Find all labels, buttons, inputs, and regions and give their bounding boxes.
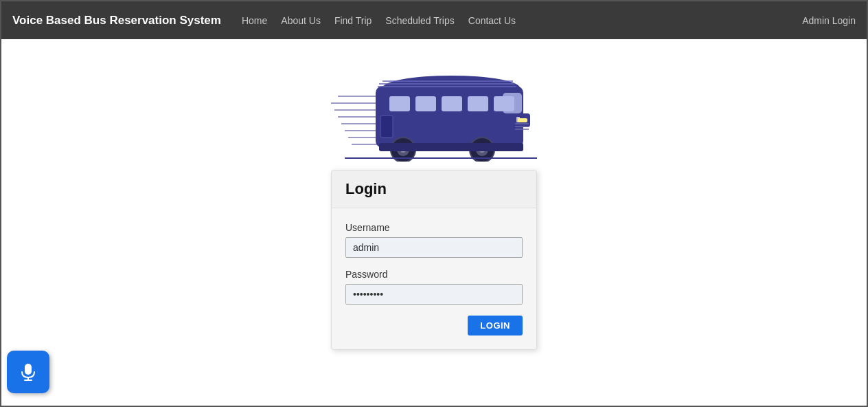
nav-admin-login[interactable]: Admin Login [802, 15, 856, 26]
svg-rect-34 [25, 364, 32, 375]
bus-svg [324, 55, 544, 162]
password-label: Password [345, 269, 523, 280]
username-input[interactable] [345, 237, 523, 258]
svg-rect-16 [468, 96, 488, 111]
svg-rect-18 [503, 93, 522, 113]
navbar: Voice Based Bus Reservation System Home … [1, 1, 867, 39]
login-card: Login Username Password LOGIN [331, 170, 537, 350]
nav-links: Home About Us Find Trip Scheduled Trips … [242, 15, 802, 26]
login-title: Login [345, 180, 387, 197]
svg-rect-15 [442, 96, 462, 111]
svg-rect-13 [389, 96, 410, 111]
login-body: Username Password LOGIN [332, 208, 536, 349]
login-header: Login [332, 170, 536, 208]
username-group: Username [345, 222, 523, 258]
main-content: Login Username Password LOGIN [1, 39, 867, 407]
password-group: Password [345, 269, 523, 305]
login-footer: LOGIN [345, 316, 523, 336]
svg-rect-21 [518, 118, 527, 122]
nav-item-contact-us[interactable]: Contact Us [468, 15, 516, 26]
nav-brand: Voice Based Bus Reservation System [12, 14, 221, 28]
bus-illustration [317, 53, 551, 163]
mic-icon [17, 361, 39, 383]
svg-rect-33 [380, 116, 393, 138]
nav-item-find-trip[interactable]: Find Trip [334, 15, 372, 26]
username-label: Username [345, 222, 523, 233]
svg-rect-28 [379, 143, 523, 151]
password-input[interactable] [345, 284, 523, 305]
svg-rect-14 [415, 96, 436, 111]
nav-item-home[interactable]: Home [242, 15, 267, 26]
mic-button[interactable] [7, 351, 49, 393]
nav-item-about-us[interactable]: About Us [281, 15, 321, 26]
login-button[interactable]: LOGIN [468, 316, 523, 336]
nav-item-scheduled-trips[interactable]: Scheduled Trips [385, 15, 454, 26]
